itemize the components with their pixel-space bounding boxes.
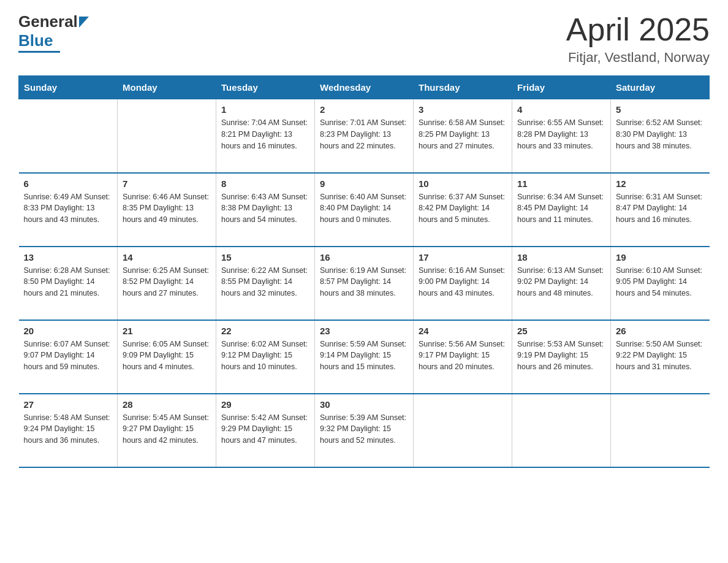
- day-info: Sunrise: 5:56 AM Sunset: 9:17 PM Dayligh…: [419, 339, 507, 373]
- day-number: 8: [221, 178, 309, 189]
- calendar-cell: [19, 99, 118, 173]
- day-info: Sunrise: 5:39 AM Sunset: 9:32 PM Dayligh…: [320, 412, 408, 446]
- logo-underline: [18, 51, 60, 53]
- day-number: 21: [123, 326, 211, 336]
- calendar-cell: 30Sunrise: 5:39 AM Sunset: 9:32 PM Dayli…: [315, 394, 414, 467]
- day-info: Sunrise: 6:31 AM Sunset: 8:47 PM Dayligh…: [616, 191, 705, 226]
- svg-marker-0: [79, 17, 89, 28]
- day-info: Sunrise: 5:59 AM Sunset: 9:14 PM Dayligh…: [320, 339, 408, 373]
- page-header: General Blue April 2025 Fitjar, Vestland…: [18, 12, 710, 66]
- day-info: Sunrise: 6:40 AM Sunset: 8:40 PM Dayligh…: [320, 191, 408, 226]
- calendar-cell: 23Sunrise: 5:59 AM Sunset: 9:14 PM Dayli…: [315, 320, 414, 394]
- day-info: Sunrise: 6:34 AM Sunset: 8:45 PM Dayligh…: [517, 191, 605, 226]
- calendar-cell: 28Sunrise: 5:45 AM Sunset: 9:27 PM Dayli…: [118, 394, 216, 467]
- logo-general-text: General: [18, 12, 78, 31]
- title-section: April 2025 Fitjar, Vestland, Norway: [566, 12, 710, 66]
- day-info: Sunrise: 7:01 AM Sunset: 8:23 PM Dayligh…: [320, 117, 408, 151]
- calendar-cell: 13Sunrise: 6:28 AM Sunset: 8:50 PM Dayli…: [19, 247, 118, 320]
- calendar-cell: 18Sunrise: 6:13 AM Sunset: 9:02 PM Dayli…: [512, 247, 611, 320]
- day-info: Sunrise: 6:49 AM Sunset: 8:33 PM Dayligh…: [24, 191, 113, 226]
- calendar-cell: 15Sunrise: 6:22 AM Sunset: 8:55 PM Dayli…: [216, 247, 315, 320]
- calendar-cell: 10Sunrise: 6:37 AM Sunset: 8:42 PM Dayli…: [414, 173, 512, 247]
- day-number: 16: [320, 252, 408, 262]
- calendar-body: 1Sunrise: 7:04 AM Sunset: 8:21 PM Daylig…: [19, 99, 710, 467]
- day-number: 9: [320, 178, 408, 189]
- calendar-week-1: 1Sunrise: 7:04 AM Sunset: 8:21 PM Daylig…: [19, 99, 710, 173]
- day-info: Sunrise: 7:04 AM Sunset: 8:21 PM Dayligh…: [221, 117, 309, 151]
- calendar-cell: 20Sunrise: 6:07 AM Sunset: 9:07 PM Dayli…: [19, 320, 118, 394]
- day-number: 17: [419, 252, 507, 262]
- day-info: Sunrise: 6:10 AM Sunset: 9:05 PM Dayligh…: [616, 265, 705, 299]
- header-saturday: Saturday: [611, 76, 710, 99]
- day-info: Sunrise: 6:37 AM Sunset: 8:42 PM Dayligh…: [419, 191, 507, 226]
- calendar-cell: 6Sunrise: 6:49 AM Sunset: 8:33 PM Daylig…: [19, 173, 118, 247]
- day-number: 29: [221, 399, 309, 410]
- header-tuesday: Tuesday: [216, 76, 315, 99]
- calendar-week-2: 6Sunrise: 6:49 AM Sunset: 8:33 PM Daylig…: [19, 173, 710, 247]
- day-info: Sunrise: 6:28 AM Sunset: 8:50 PM Dayligh…: [24, 265, 113, 299]
- calendar-cell: 3Sunrise: 6:58 AM Sunset: 8:25 PM Daylig…: [414, 99, 512, 173]
- calendar-cell: 2Sunrise: 7:01 AM Sunset: 8:23 PM Daylig…: [315, 99, 414, 173]
- calendar-cell: 7Sunrise: 6:46 AM Sunset: 8:35 PM Daylig…: [118, 173, 216, 247]
- logo-blue-text: Blue: [18, 31, 53, 50]
- day-info: Sunrise: 6:19 AM Sunset: 8:57 PM Dayligh…: [320, 265, 408, 299]
- day-number: 4: [517, 104, 605, 115]
- day-info: Sunrise: 6:55 AM Sunset: 8:28 PM Dayligh…: [517, 117, 605, 151]
- header-sunday: Sunday: [19, 76, 118, 99]
- day-info: Sunrise: 5:53 AM Sunset: 9:19 PM Dayligh…: [517, 339, 605, 373]
- day-number: 26: [616, 326, 705, 336]
- day-number: 30: [320, 399, 408, 410]
- calendar-cell: 19Sunrise: 6:10 AM Sunset: 9:05 PM Dayli…: [611, 247, 710, 320]
- calendar-cell: 22Sunrise: 6:02 AM Sunset: 9:12 PM Dayli…: [216, 320, 315, 394]
- day-info: Sunrise: 5:42 AM Sunset: 9:29 PM Dayligh…: [221, 412, 309, 446]
- day-info: Sunrise: 6:58 AM Sunset: 8:25 PM Dayligh…: [419, 117, 507, 151]
- day-info: Sunrise: 6:07 AM Sunset: 9:07 PM Dayligh…: [24, 339, 113, 373]
- day-number: 23: [320, 326, 408, 336]
- calendar-cell: 26Sunrise: 5:50 AM Sunset: 9:22 PM Dayli…: [611, 320, 710, 394]
- day-info: Sunrise: 5:50 AM Sunset: 9:22 PM Dayligh…: [616, 339, 705, 373]
- day-number: 5: [616, 104, 705, 115]
- calendar-cell: 27Sunrise: 5:48 AM Sunset: 9:24 PM Dayli…: [19, 394, 118, 467]
- day-number: 1: [221, 104, 309, 115]
- day-info: Sunrise: 6:22 AM Sunset: 8:55 PM Dayligh…: [221, 265, 309, 299]
- day-info: Sunrise: 6:02 AM Sunset: 9:12 PM Dayligh…: [221, 339, 309, 373]
- calendar-cell: [414, 394, 512, 467]
- day-number: 15: [221, 252, 309, 262]
- day-number: 25: [517, 326, 605, 336]
- day-number: 2: [320, 104, 408, 115]
- calendar-table: Sunday Monday Tuesday Wednesday Thursday…: [18, 75, 710, 468]
- day-number: 10: [419, 178, 507, 189]
- calendar-cell: 24Sunrise: 5:56 AM Sunset: 9:17 PM Dayli…: [414, 320, 512, 394]
- calendar-cell: 11Sunrise: 6:34 AM Sunset: 8:45 PM Dayli…: [512, 173, 611, 247]
- day-info: Sunrise: 6:46 AM Sunset: 8:35 PM Dayligh…: [123, 191, 211, 226]
- calendar-cell: 4Sunrise: 6:55 AM Sunset: 8:28 PM Daylig…: [512, 99, 611, 173]
- calendar-week-4: 20Sunrise: 6:07 AM Sunset: 9:07 PM Dayli…: [19, 320, 710, 394]
- day-number: 6: [24, 178, 113, 189]
- logo: General Blue: [18, 12, 89, 53]
- day-number: 12: [616, 178, 705, 189]
- day-number: 13: [24, 252, 113, 262]
- calendar-cell: 29Sunrise: 5:42 AM Sunset: 9:29 PM Dayli…: [216, 394, 315, 467]
- calendar-cell: [512, 394, 611, 467]
- day-number: 24: [419, 326, 507, 336]
- calendar-cell: 8Sunrise: 6:43 AM Sunset: 8:38 PM Daylig…: [216, 173, 315, 247]
- day-number: 3: [419, 104, 507, 115]
- day-number: 19: [616, 252, 705, 262]
- calendar-title: April 2025: [566, 12, 710, 47]
- calendar-cell: 16Sunrise: 6:19 AM Sunset: 8:57 PM Dayli…: [315, 247, 414, 320]
- calendar-header: Sunday Monday Tuesday Wednesday Thursday…: [19, 76, 710, 99]
- logo-triangle-icon: [79, 17, 89, 28]
- day-info: Sunrise: 6:25 AM Sunset: 8:52 PM Dayligh…: [123, 265, 211, 299]
- header-friday: Friday: [512, 76, 611, 99]
- day-number: 20: [24, 326, 113, 336]
- header-wednesday: Wednesday: [315, 76, 414, 99]
- day-number: 14: [123, 252, 211, 262]
- calendar-cell: 1Sunrise: 7:04 AM Sunset: 8:21 PM Daylig…: [216, 99, 315, 173]
- header-row: Sunday Monday Tuesday Wednesday Thursday…: [19, 76, 710, 99]
- day-info: Sunrise: 6:05 AM Sunset: 9:09 PM Dayligh…: [123, 339, 211, 373]
- calendar-cell: 21Sunrise: 6:05 AM Sunset: 9:09 PM Dayli…: [118, 320, 216, 394]
- day-number: 27: [24, 399, 113, 410]
- calendar-cell: 25Sunrise: 5:53 AM Sunset: 9:19 PM Dayli…: [512, 320, 611, 394]
- header-thursday: Thursday: [414, 76, 512, 99]
- calendar-cell: 17Sunrise: 6:16 AM Sunset: 9:00 PM Dayli…: [414, 247, 512, 320]
